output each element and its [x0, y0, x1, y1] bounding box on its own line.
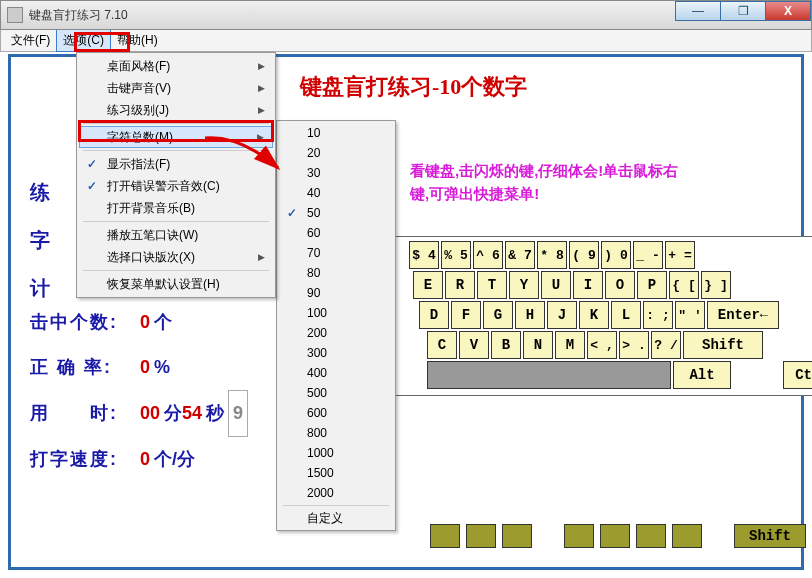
- key[interactable]: Shift: [683, 331, 763, 359]
- submenu-item-10[interactable]: 10: [279, 123, 393, 143]
- key[interactable]: ^ 6: [473, 241, 503, 269]
- submenu-item-20[interactable]: 20: [279, 143, 393, 163]
- submenu-item-70[interactable]: 70: [279, 243, 393, 263]
- menu-play-wubi[interactable]: 播放五笔口诀(W): [79, 224, 273, 246]
- submenu-item-1500[interactable]: 1500: [279, 463, 393, 483]
- submenu-item-300[interactable]: 300: [279, 343, 393, 363]
- submenu-item-30[interactable]: 30: [279, 163, 393, 183]
- key[interactable]: Enter←: [707, 301, 779, 329]
- key[interactable]: ? /: [651, 331, 681, 359]
- key[interactable]: : ;: [643, 301, 673, 329]
- bottom-status-keys: Shift: [430, 524, 806, 548]
- stat-speed: 打字速度: 0 个/分: [30, 437, 248, 482]
- maximize-button[interactable]: ❐: [720, 1, 766, 21]
- submenu-item-2000[interactable]: 2000: [279, 483, 393, 503]
- key[interactable]: [427, 361, 671, 389]
- submenu-item-1000[interactable]: 1000: [279, 443, 393, 463]
- key[interactable]: & 7: [505, 241, 535, 269]
- status-key: [564, 524, 594, 548]
- key[interactable]: ( 9: [569, 241, 599, 269]
- close-button[interactable]: X: [765, 1, 811, 21]
- submenu-item-400[interactable]: 400: [279, 363, 393, 383]
- stat-hits: 击中个数: 0 个: [30, 300, 248, 345]
- left-labels: 练 字 计: [30, 168, 50, 312]
- key[interactable]: $ 4: [409, 241, 439, 269]
- menu-error-sound[interactable]: 打开错误警示音效(C): [79, 175, 273, 197]
- key[interactable]: P: [637, 271, 667, 299]
- status-key: [430, 524, 460, 548]
- key[interactable]: < ,: [587, 331, 617, 359]
- app-icon: [7, 7, 23, 23]
- submenu-item-50[interactable]: 50: [279, 203, 393, 223]
- key[interactable]: L: [611, 301, 641, 329]
- key[interactable]: * 8: [537, 241, 567, 269]
- page-title: 键盘盲打练习-10个数字: [300, 72, 527, 102]
- status-key: [636, 524, 666, 548]
- key[interactable]: Ctrl: [783, 361, 812, 389]
- menu-bg-music[interactable]: 打开背景音乐(B): [79, 197, 273, 219]
- key[interactable]: D: [419, 301, 449, 329]
- options-menu: 桌面风格(F) 击键声音(V) 练习级别(J) 字符总数(M) 显示指法(F) …: [76, 52, 276, 298]
- key[interactable]: R: [445, 271, 475, 299]
- titlebar: 键盘盲打练习 7.10 — ❐ X: [0, 0, 812, 30]
- key[interactable]: { [: [669, 271, 699, 299]
- key[interactable]: B: [491, 331, 521, 359]
- key[interactable]: " ': [675, 301, 705, 329]
- menu-desktop-style[interactable]: 桌面风格(F): [79, 55, 273, 77]
- key[interactable]: F: [451, 301, 481, 329]
- menu-keystroke-sound[interactable]: 击键声音(V): [79, 77, 273, 99]
- char-total-submenu: 1020304050607080901002003004005006008001…: [276, 120, 396, 531]
- instructions-text: 看键盘,击闪烁的键,仔细体会!单击鼠标右 键,可弹出快捷菜单!: [410, 160, 678, 205]
- key[interactable]: % 5: [441, 241, 471, 269]
- menu-restore-defaults[interactable]: 恢复菜单默认设置(H): [79, 273, 273, 295]
- key[interactable]: E: [413, 271, 443, 299]
- key[interactable]: I: [573, 271, 603, 299]
- menu-show-fingering[interactable]: 显示指法(F): [79, 153, 273, 175]
- window-title: 键盘盲打练习 7.10: [29, 7, 128, 24]
- key[interactable]: O: [605, 271, 635, 299]
- submenu-item-500[interactable]: 500: [279, 383, 393, 403]
- minimize-button[interactable]: —: [675, 1, 721, 21]
- status-key: [600, 524, 630, 548]
- key[interactable]: K: [579, 301, 609, 329]
- submenu-item-40[interactable]: 40: [279, 183, 393, 203]
- submenu-item-800[interactable]: 800: [279, 423, 393, 443]
- key[interactable]: } ]: [701, 271, 731, 299]
- menu-practice-level[interactable]: 练习级别(J): [79, 99, 273, 121]
- menu-char-total[interactable]: 字符总数(M): [79, 126, 273, 148]
- submenu-item-60[interactable]: 60: [279, 223, 393, 243]
- key[interactable]: N: [523, 331, 553, 359]
- menu-file[interactable]: 文件(F): [5, 30, 56, 51]
- submenu-item-90[interactable]: 90: [279, 283, 393, 303]
- window-buttons: — ❐ X: [676, 1, 811, 21]
- menu-help[interactable]: 帮助(H): [111, 30, 164, 51]
- key[interactable]: U: [541, 271, 571, 299]
- key[interactable]: + =: [665, 241, 695, 269]
- status-key: [502, 524, 532, 548]
- submenu-item-200[interactable]: 200: [279, 323, 393, 343]
- stats-panel: 击中个数: 0 个 正 确 率: 0 % 用 时: 00 分 54 秒 9 打字…: [30, 300, 248, 482]
- key[interactable]: T: [477, 271, 507, 299]
- key[interactable]: > .: [619, 331, 649, 359]
- submenu-item-100[interactable]: 100: [279, 303, 393, 323]
- key[interactable]: _ -: [633, 241, 663, 269]
- key[interactable]: J: [547, 301, 577, 329]
- menu-wubi-version[interactable]: 选择口诀版次(X): [79, 246, 273, 268]
- submenu-item-custom[interactable]: 自定义: [279, 508, 393, 528]
- key[interactable]: Y: [509, 271, 539, 299]
- stat-time: 用 时: 00 分 54 秒 9: [30, 390, 248, 437]
- menubar: 文件(F) 选项(C) 帮助(H): [0, 30, 812, 52]
- key[interactable]: ) 0: [601, 241, 631, 269]
- menu-options[interactable]: 选项(C): [56, 29, 111, 52]
- key[interactable]: C: [427, 331, 457, 359]
- key[interactable]: G: [483, 301, 513, 329]
- status-key: [466, 524, 496, 548]
- key[interactable]: V: [459, 331, 489, 359]
- key[interactable]: Alt: [673, 361, 731, 389]
- submenu-item-600[interactable]: 600: [279, 403, 393, 423]
- key[interactable]: M: [555, 331, 585, 359]
- status-shift-key: Shift: [734, 524, 806, 548]
- status-key: [672, 524, 702, 548]
- submenu-item-80[interactable]: 80: [279, 263, 393, 283]
- key[interactable]: H: [515, 301, 545, 329]
